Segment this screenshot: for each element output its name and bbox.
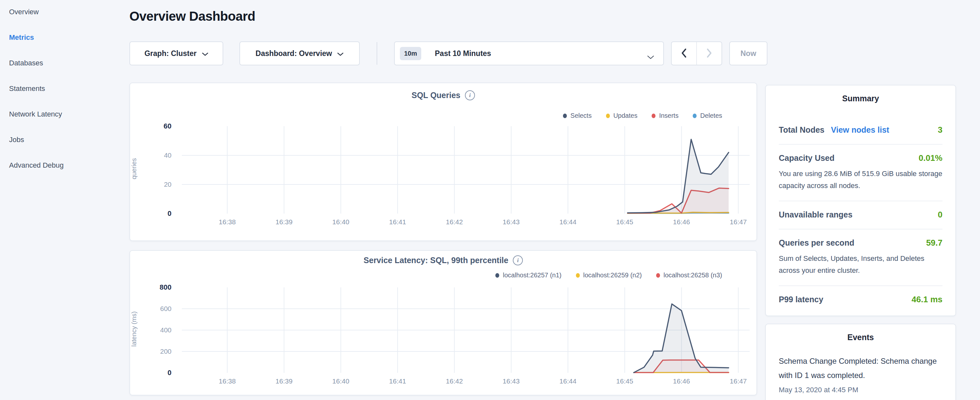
chevron-down-icon [337,49,344,58]
page-title: Overview Dashboard [129,8,255,24]
toolbar-divider [377,42,377,65]
x-axis-tick-label: 16:42 [436,218,472,226]
x-axis-tick-label: 16:47 [721,218,756,226]
y-axis-tick-label: 800 [141,283,172,292]
sidebar-item-network-latency[interactable]: Network Latency [9,110,64,119]
x-axis-tick-label: 16:46 [663,377,699,385]
summary-row-p99-latency: P99 latency46.1 ms [779,285,942,314]
legend-item-deletes: Deletes [693,112,722,120]
time-window-label: Past 10 Minutes [435,49,491,58]
x-axis-tick-label: 16:40 [323,377,358,385]
sidebar-item-metrics[interactable]: Metrics [9,33,64,42]
chevron-down-icon [647,53,654,61]
legend-item-updates: Updates [606,112,638,120]
legend-item-selects: Selects [563,112,592,120]
x-axis-tick-label: 16:39 [266,218,302,226]
legend-dot-icon [576,273,580,278]
y-axis-tick-label: 400 [141,325,172,335]
legend-label: localhost:26258 (n3) [663,271,722,279]
y-axis-tick-label: 60 [141,122,172,131]
x-axis-tick-label: 16:38 [209,218,245,226]
y-axis-tick-label: 600 [141,304,172,313]
chart-legend: SelectsUpdatesInsertsDeletes [563,112,722,120]
x-axis-tick-label: 16:39 [266,377,302,385]
chart-title-row: Service Latency: SQL, 99th percentile i [130,255,756,265]
dashboard-dropdown[interactable]: Dashboard: Overview [239,41,360,65]
event-item: Schema Change Completed: Schema change w… [779,354,942,394]
y-axis-unit-label: queries [129,124,139,214]
summary-row-value: 0 [938,210,942,220]
summary-row-queries-per-second: Queries per second59.7Sum of Selects, Up… [779,229,942,285]
info-icon[interactable]: i [513,255,523,265]
x-axis-tick-label: 16:40 [323,218,358,226]
now-button[interactable]: Now [729,41,767,65]
summary-row-value: 59.7 [926,238,942,248]
legend-item-localhost-26258-n3-: localhost:26258 (n3) [656,271,722,279]
chevron-left-icon [681,48,687,59]
summary-row-unavailable-ranges: Unavailable ranges0 [779,201,942,229]
summary-row-label: Capacity Used [779,153,834,163]
chart-plot-area[interactable]: latency (ms) 020040060080016:3816:3916:4… [182,285,749,392]
sidebar-item-statements[interactable]: Statements [9,84,64,93]
summary-row-description: Sum of Selects, Updates, Inserts, and De… [779,252,942,276]
chevron-down-icon [202,49,208,58]
chart-legend: localhost:26257 (n1)localhost:26259 (n2)… [495,271,722,279]
sidebar-nav-list: OverviewMetricsDatabasesStatementsNetwor… [9,8,64,186]
y-axis-tick-label: 20 [141,180,172,189]
x-axis-tick-label: 16:43 [493,218,529,226]
time-window-dropdown[interactable]: 10m Past 10 Minutes [394,41,664,65]
x-axis-tick-label: 16:42 [436,377,472,385]
summary-row-description: You are using 28.6 MiB of 515.9 GiB usab… [779,167,942,191]
info-icon[interactable]: i [465,90,475,100]
service-latency-chart-card: Service Latency: SQL, 99th percentile i … [129,250,757,395]
x-axis-tick-label: 16:46 [663,218,699,226]
time-forward-button[interactable] [696,42,721,65]
legend-dot-icon [652,113,655,118]
sidebar-item-jobs[interactable]: Jobs [9,135,64,144]
chart-title: Service Latency: SQL, 99th percentile [364,256,508,265]
chart-plot-area[interactable]: queries 020406016:3816:3916:4016:4116:42… [182,124,749,230]
view-nodes-list-link[interactable]: View nodes list [831,125,889,135]
time-back-button[interactable] [672,42,696,65]
legend-dot-icon [656,273,660,278]
chart-title: SQL Queries [412,91,460,100]
chevron-right-icon [706,48,712,59]
legend-item-localhost-26259-n2-: localhost:26259 (n2) [576,271,642,279]
sidebar-item-overview[interactable]: Overview [9,8,64,16]
time-pager [671,41,722,65]
legend-label: Selects [570,112,592,120]
legend-item-inserts: Inserts [652,112,678,120]
summary-panel: Summary Total NodesView nodes list3Capac… [765,85,956,316]
graph-scope-dropdown-label: Graph: Cluster [144,49,196,58]
sql-queries-chart-card: SQL Queries i SelectsUpdatesInsertsDelet… [129,83,757,241]
legend-dot-icon [563,113,567,118]
summary-row-label: Unavailable ranges [779,210,853,220]
sidebar-item-advanced-debug[interactable]: Advanced Debug [9,161,64,170]
y-axis-tick-label: 0 [141,209,172,218]
sidebar-item-databases[interactable]: Databases [9,59,64,68]
events-panel: Events Schema Change Completed: Schema c… [765,324,956,400]
legend-label: localhost:26257 (n1) [503,271,562,279]
legend-dot-icon [693,113,697,118]
legend-label: Deletes [700,112,722,120]
event-text: Schema Change Completed: Schema change w… [779,354,942,382]
summary-row-label: P99 latency [779,295,823,304]
events-panel-title: Events [766,333,955,342]
x-axis-tick-label: 16:44 [550,218,585,226]
summary-row-label: Queries per second [779,238,854,247]
events-list: Schema Change Completed: Schema change w… [779,354,942,394]
x-axis-tick-label: 16:45 [607,218,643,226]
legend-label: Inserts [659,112,678,120]
summary-row-value: 0.01% [918,153,942,163]
summary-rows: Total NodesView nodes list3Capacity Used… [779,116,942,314]
x-axis-tick-label: 16:41 [380,377,415,385]
y-axis-tick-label: 200 [141,347,172,356]
chart-title-row: SQL Queries i [130,90,756,100]
summary-panel-title: Summary [766,94,955,103]
legend-label: Updates [613,112,638,120]
sidebar: OverviewMetricsDatabasesStatementsNetwor… [0,0,123,400]
summary-row-value: 3 [938,125,942,135]
graph-scope-dropdown[interactable]: Graph: Cluster [129,41,223,65]
y-axis-tick-label: 0 [141,368,172,377]
summary-row-label: Total Nodes [779,125,824,135]
